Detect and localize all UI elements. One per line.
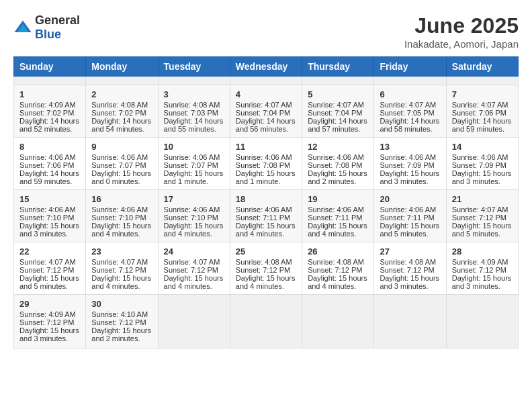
col-thursday: Thursday bbox=[302, 57, 374, 77]
col-sunday: Sunday bbox=[14, 57, 86, 77]
day-12: 12 Sunrise: 4:06 AMSunset: 7:08 PMDaylig… bbox=[302, 138, 374, 190]
day-23: 23 Sunrise: 4:07 AMSunset: 7:12 PMDaylig… bbox=[86, 242, 158, 295]
empty-cell bbox=[446, 295, 518, 349]
logo-icon bbox=[13, 18, 32, 37]
day-13: 13 Sunrise: 4:06 AMSunset: 7:09 PMDaylig… bbox=[374, 138, 446, 190]
day-24: 24 Sunrise: 4:07 AMSunset: 7:12 PMDaylig… bbox=[158, 242, 230, 295]
day-1: 1 Sunrise: 4:09 AMSunset: 7:02 PMDayligh… bbox=[14, 85, 86, 138]
empty-cell bbox=[158, 77, 230, 85]
day-25: 25 Sunrise: 4:08 AMSunset: 7:12 PMDaylig… bbox=[230, 242, 302, 295]
week-row-2: 1 Sunrise: 4:09 AMSunset: 7:02 PMDayligh… bbox=[14, 85, 519, 138]
day-11: 11 Sunrise: 4:06 AMSunset: 7:08 PMDaylig… bbox=[230, 138, 302, 190]
week-row-3: 8 Sunrise: 4:06 AMSunset: 7:06 PMDayligh… bbox=[14, 138, 519, 190]
col-friday: Friday bbox=[374, 57, 446, 77]
calendar-table: Sunday Monday Tuesday Wednesday Thursday… bbox=[13, 56, 519, 349]
page-header: General Blue June 2025 Inakadate, Aomori… bbox=[13, 13, 519, 50]
calendar-title: June 2025 bbox=[404, 13, 519, 38]
col-monday: Monday bbox=[86, 57, 158, 77]
empty-cell bbox=[230, 295, 302, 349]
day-21: 21 Sunrise: 4:07 AMSunset: 7:12 PMDaylig… bbox=[446, 190, 518, 242]
week-row-4: 15 Sunrise: 4:06 AMSunset: 7:10 PMDaylig… bbox=[14, 190, 519, 242]
day-14: 14 Sunrise: 4:06 AMSunset: 7:09 PMDaylig… bbox=[446, 138, 518, 190]
col-saturday: Saturday bbox=[446, 57, 518, 77]
empty-cell bbox=[374, 295, 446, 349]
day-20: 20 Sunrise: 4:06 AMSunset: 7:11 PMDaylig… bbox=[374, 190, 446, 242]
day-19: 19 Sunrise: 4:06 AMSunset: 7:11 PMDaylig… bbox=[302, 190, 374, 242]
logo-blue: Blue bbox=[35, 28, 61, 41]
title-block: June 2025 Inakadate, Aomori, Japan bbox=[404, 13, 519, 50]
day-8: 8 Sunrise: 4:06 AMSunset: 7:06 PMDayligh… bbox=[14, 138, 86, 190]
logo-general: General bbox=[35, 13, 80, 27]
day-5: 5 Sunrise: 4:07 AMSunset: 7:04 PMDayligh… bbox=[302, 85, 374, 138]
week-row-5: 22 Sunrise: 4:07 AMSunset: 7:12 PMDaylig… bbox=[14, 242, 519, 295]
day-2: 2 Sunrise: 4:08 AMSunset: 7:02 PMDayligh… bbox=[86, 85, 158, 138]
logo: General Blue bbox=[13, 13, 80, 42]
empty-cell bbox=[158, 295, 230, 349]
empty-cell bbox=[446, 77, 518, 85]
week-row-6: 29 Sunrise: 4:09 AMSunset: 7:12 PMDaylig… bbox=[14, 295, 519, 349]
day-7: 7 Sunrise: 4:07 AMSunset: 7:06 PMDayligh… bbox=[446, 85, 518, 138]
day-26: 26 Sunrise: 4:08 AMSunset: 7:12 PMDaylig… bbox=[302, 242, 374, 295]
day-9: 9 Sunrise: 4:06 AMSunset: 7:07 PMDayligh… bbox=[86, 138, 158, 190]
day-28: 28 Sunrise: 4:09 AMSunset: 7:12 PMDaylig… bbox=[446, 242, 518, 295]
calendar-subtitle: Inakadate, Aomori, Japan bbox=[404, 38, 519, 50]
empty-cell bbox=[302, 295, 374, 349]
day-27: 27 Sunrise: 4:08 AMSunset: 7:12 PMDaylig… bbox=[374, 242, 446, 295]
empty-cell bbox=[230, 77, 302, 85]
day-17: 17 Sunrise: 4:06 AMSunset: 7:10 PMDaylig… bbox=[158, 190, 230, 242]
col-wednesday: Wednesday bbox=[230, 57, 302, 77]
week-row-1 bbox=[14, 77, 519, 85]
day-6: 6 Sunrise: 4:07 AMSunset: 7:05 PMDayligh… bbox=[374, 85, 446, 138]
empty-cell bbox=[374, 77, 446, 85]
day-4: 4 Sunrise: 4:07 AMSunset: 7:04 PMDayligh… bbox=[230, 85, 302, 138]
day-16: 16 Sunrise: 4:06 AMSunset: 7:10 PMDaylig… bbox=[86, 190, 158, 242]
day-3: 3 Sunrise: 4:08 AMSunset: 7:03 PMDayligh… bbox=[158, 85, 230, 138]
day-15: 15 Sunrise: 4:06 AMSunset: 7:10 PMDaylig… bbox=[14, 190, 86, 242]
day-10: 10 Sunrise: 4:06 AMSunset: 7:07 PMDaylig… bbox=[158, 138, 230, 190]
empty-cell bbox=[14, 77, 86, 85]
col-tuesday: Tuesday bbox=[158, 57, 230, 77]
day-29: 29 Sunrise: 4:09 AMSunset: 7:12 PMDaylig… bbox=[14, 295, 86, 349]
empty-cell bbox=[302, 77, 374, 85]
day-22: 22 Sunrise: 4:07 AMSunset: 7:12 PMDaylig… bbox=[14, 242, 86, 295]
day-30: 30 Sunrise: 4:10 AMSunset: 7:12 PMDaylig… bbox=[86, 295, 158, 349]
calendar-header-row: Sunday Monday Tuesday Wednesday Thursday… bbox=[14, 57, 519, 77]
day-18: 18 Sunrise: 4:06 AMSunset: 7:11 PMDaylig… bbox=[230, 190, 302, 242]
empty-cell bbox=[86, 77, 158, 85]
